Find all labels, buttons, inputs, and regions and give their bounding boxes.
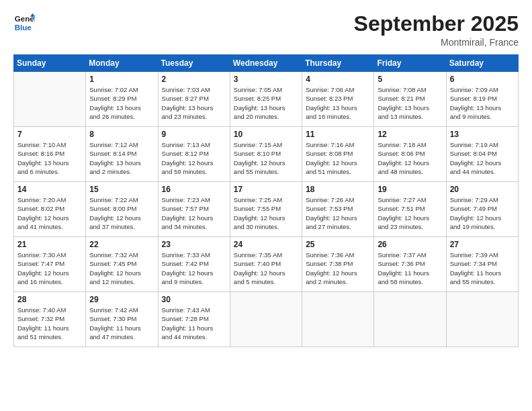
day-number: 11 <box>306 130 370 139</box>
day-number: 13 <box>450 130 515 139</box>
calendar-cell: 15Sunrise: 7:22 AMSunset: 8:00 PMDayligh… <box>86 182 158 237</box>
day-info: Sunrise: 7:25 AMSunset: 7:55 PMDaylight:… <box>234 195 298 231</box>
day-number: 28 <box>17 295 82 304</box>
day-info: Sunrise: 7:03 AMSunset: 8:27 PMDaylight:… <box>162 85 226 121</box>
header-wednesday: Wednesday <box>230 55 302 72</box>
day-number: 19 <box>378 185 442 194</box>
week-row-4: 28Sunrise: 7:40 AMSunset: 7:32 PMDayligh… <box>14 292 519 347</box>
calendar-cell: 7Sunrise: 7:10 AMSunset: 8:16 PMDaylight… <box>14 127 86 182</box>
calendar-cell: 25Sunrise: 7:36 AMSunset: 7:38 PMDayligh… <box>302 237 374 292</box>
calendar-cell: 30Sunrise: 7:43 AMSunset: 7:28 PMDayligh… <box>158 292 230 347</box>
calendar-cell: 19Sunrise: 7:27 AMSunset: 7:51 PMDayligh… <box>374 182 446 237</box>
day-number: 14 <box>17 185 82 194</box>
calendar-cell: 14Sunrise: 7:20 AMSunset: 8:02 PMDayligh… <box>14 182 86 237</box>
day-info: Sunrise: 7:36 AMSunset: 7:38 PMDaylight:… <box>306 250 370 286</box>
weekday-header-row: Sunday Monday Tuesday Wednesday Thursday… <box>14 55 519 72</box>
week-row-1: 7Sunrise: 7:10 AMSunset: 8:16 PMDaylight… <box>14 127 519 182</box>
calendar-cell <box>230 292 302 347</box>
day-number: 10 <box>234 130 298 139</box>
day-number: 30 <box>162 295 226 304</box>
calendar-cell <box>14 72 86 127</box>
title-block: September 2025 Montmirail, France <box>354 12 519 48</box>
day-number: 6 <box>450 75 515 84</box>
calendar: Sunday Monday Tuesday Wednesday Thursday… <box>13 54 519 347</box>
calendar-cell: 5Sunrise: 7:08 AMSunset: 8:21 PMDaylight… <box>374 72 446 127</box>
day-info: Sunrise: 7:32 AMSunset: 7:45 PMDaylight:… <box>89 250 154 286</box>
calendar-cell: 27Sunrise: 7:39 AMSunset: 7:34 PMDayligh… <box>446 237 518 292</box>
logo: General Blue <box>13 12 35 34</box>
location: Montmirail, France <box>354 37 519 48</box>
day-info: Sunrise: 7:26 AMSunset: 7:53 PMDaylight:… <box>306 195 370 231</box>
header-tuesday: Tuesday <box>158 55 230 72</box>
header-friday: Friday <box>374 55 446 72</box>
week-row-2: 14Sunrise: 7:20 AMSunset: 8:02 PMDayligh… <box>14 182 519 237</box>
calendar-cell <box>302 292 374 347</box>
calendar-cell: 22Sunrise: 7:32 AMSunset: 7:45 PMDayligh… <box>86 237 158 292</box>
calendar-cell <box>446 292 518 347</box>
calendar-cell: 23Sunrise: 7:33 AMSunset: 7:42 PMDayligh… <box>158 237 230 292</box>
day-number: 21 <box>17 240 82 249</box>
day-info: Sunrise: 7:05 AMSunset: 8:25 PMDaylight:… <box>234 85 298 121</box>
calendar-cell: 11Sunrise: 7:16 AMSunset: 8:08 PMDayligh… <box>302 127 374 182</box>
calendar-cell: 6Sunrise: 7:09 AMSunset: 8:19 PMDaylight… <box>446 72 518 127</box>
week-row-0: 1Sunrise: 7:02 AMSunset: 8:29 PMDaylight… <box>14 72 519 127</box>
day-info: Sunrise: 7:22 AMSunset: 8:00 PMDaylight:… <box>89 195 154 231</box>
day-number: 1 <box>89 75 154 84</box>
page: General Blue September 2025 Montmirail, … <box>0 0 532 354</box>
day-info: Sunrise: 7:37 AMSunset: 7:36 PMDaylight:… <box>378 250 442 286</box>
day-info: Sunrise: 7:33 AMSunset: 7:42 PMDaylight:… <box>162 250 226 286</box>
svg-text:Blue: Blue <box>15 24 32 32</box>
day-number: 22 <box>89 240 154 249</box>
day-number: 25 <box>306 240 370 249</box>
calendar-cell: 28Sunrise: 7:40 AMSunset: 7:32 PMDayligh… <box>14 292 86 347</box>
calendar-cell: 21Sunrise: 7:30 AMSunset: 7:47 PMDayligh… <box>14 237 86 292</box>
day-info: Sunrise: 7:27 AMSunset: 7:51 PMDaylight:… <box>378 195 442 231</box>
month-title: September 2025 <box>354 12 519 36</box>
day-info: Sunrise: 7:16 AMSunset: 8:08 PMDaylight:… <box>306 140 370 176</box>
week-row-3: 21Sunrise: 7:30 AMSunset: 7:47 PMDayligh… <box>14 237 519 292</box>
header-sunday: Sunday <box>14 55 86 72</box>
calendar-cell: 16Sunrise: 7:23 AMSunset: 7:57 PMDayligh… <box>158 182 230 237</box>
calendar-cell: 10Sunrise: 7:15 AMSunset: 8:10 PMDayligh… <box>230 127 302 182</box>
day-info: Sunrise: 7:19 AMSunset: 8:04 PMDaylight:… <box>450 140 515 176</box>
day-info: Sunrise: 7:18 AMSunset: 8:06 PMDaylight:… <box>378 140 442 176</box>
day-info: Sunrise: 7:42 AMSunset: 7:30 PMDaylight:… <box>89 306 154 341</box>
day-info: Sunrise: 7:43 AMSunset: 7:28 PMDaylight:… <box>162 306 226 341</box>
day-number: 15 <box>89 185 154 194</box>
logo-icon: General Blue <box>13 12 35 34</box>
calendar-cell: 8Sunrise: 7:12 AMSunset: 8:14 PMDaylight… <box>86 127 158 182</box>
day-number: 17 <box>234 185 298 194</box>
day-info: Sunrise: 7:13 AMSunset: 8:12 PMDaylight:… <box>162 140 226 176</box>
header-monday: Monday <box>86 55 158 72</box>
day-info: Sunrise: 7:12 AMSunset: 8:14 PMDaylight:… <box>89 140 154 176</box>
calendar-cell: 24Sunrise: 7:35 AMSunset: 7:40 PMDayligh… <box>230 237 302 292</box>
day-number: 23 <box>162 240 226 249</box>
header: General Blue September 2025 Montmirail, … <box>13 12 519 48</box>
calendar-cell <box>374 292 446 347</box>
calendar-cell: 26Sunrise: 7:37 AMSunset: 7:36 PMDayligh… <box>374 237 446 292</box>
calendar-cell: 12Sunrise: 7:18 AMSunset: 8:06 PMDayligh… <box>374 127 446 182</box>
day-info: Sunrise: 7:06 AMSunset: 8:23 PMDaylight:… <box>306 85 370 121</box>
day-info: Sunrise: 7:20 AMSunset: 8:02 PMDaylight:… <box>17 195 82 231</box>
day-number: 7 <box>17 130 82 139</box>
day-info: Sunrise: 7:15 AMSunset: 8:10 PMDaylight:… <box>234 140 298 176</box>
calendar-cell: 1Sunrise: 7:02 AMSunset: 8:29 PMDaylight… <box>86 72 158 127</box>
calendar-cell: 18Sunrise: 7:26 AMSunset: 7:53 PMDayligh… <box>302 182 374 237</box>
header-thursday: Thursday <box>302 55 374 72</box>
day-info: Sunrise: 7:09 AMSunset: 8:19 PMDaylight:… <box>450 85 515 121</box>
day-info: Sunrise: 7:02 AMSunset: 8:29 PMDaylight:… <box>89 85 154 121</box>
day-info: Sunrise: 7:35 AMSunset: 7:40 PMDaylight:… <box>234 250 298 286</box>
day-number: 4 <box>306 75 370 84</box>
calendar-cell: 29Sunrise: 7:42 AMSunset: 7:30 PMDayligh… <box>86 292 158 347</box>
calendar-cell: 3Sunrise: 7:05 AMSunset: 8:25 PMDaylight… <box>230 72 302 127</box>
day-number: 29 <box>89 295 154 304</box>
day-number: 18 <box>306 185 370 194</box>
header-saturday: Saturday <box>446 55 518 72</box>
day-number: 26 <box>378 240 442 249</box>
day-number: 5 <box>378 75 442 84</box>
day-info: Sunrise: 7:30 AMSunset: 7:47 PMDaylight:… <box>17 250 82 286</box>
day-number: 24 <box>234 240 298 249</box>
day-info: Sunrise: 7:08 AMSunset: 8:21 PMDaylight:… <box>378 85 442 121</box>
day-info: Sunrise: 7:23 AMSunset: 7:57 PMDaylight:… <box>162 195 226 231</box>
calendar-cell: 2Sunrise: 7:03 AMSunset: 8:27 PMDaylight… <box>158 72 230 127</box>
